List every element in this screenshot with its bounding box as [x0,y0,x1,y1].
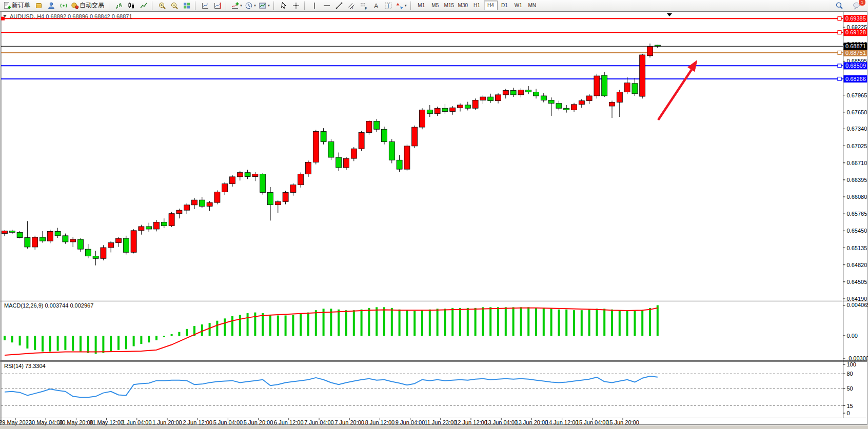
candle-body [336,157,342,168]
cursor-button[interactable] [278,0,290,11]
periods-button-dropdown-icon[interactable]: ▼ [253,4,257,7]
bars-icon [115,2,123,10]
community-button[interactable] [45,0,57,11]
time-axis[interactable]: 29 May 202330 May 04:0030 May 20:0031 Ma… [0,418,639,425]
price-axis[interactable]: 0.692250.689100.685950.682800.679650.676… [843,15,868,416]
macd-bar [72,336,74,351]
candle-body [154,222,160,229]
trendline-button[interactable] [333,0,345,11]
chart-autoscroll-button[interactable] [211,0,224,11]
autotrade-button[interactable]: 自动交易 [70,0,107,11]
candle-body [275,201,281,205]
timeframe-button-m30[interactable]: M30 [456,1,470,10]
time-label: 1 Jun 04:00 [122,419,152,425]
candle-body [526,90,531,92]
timeframe-button-h4[interactable]: H4 [484,1,498,10]
candle-body [548,100,554,103]
new-order-button[interactable]: 新订单 [2,0,33,11]
hline-handle[interactable] [838,77,841,80]
macd-bar [224,318,226,336]
macd-bar [573,310,575,336]
candle-body [617,92,622,103]
candlestick-chart-button[interactable] [125,0,137,11]
templates-button-dropdown-icon[interactable]: ▼ [267,4,270,7]
horizontal-line-button[interactable] [321,0,333,11]
hline-handle[interactable] [838,64,841,68]
line-chart-button[interactable] [137,0,150,11]
notifications-button[interactable]: 1 [851,0,863,11]
timeframe-button-d1[interactable]: D1 [498,1,511,10]
timeframe-button-w1[interactable]: W1 [511,1,525,10]
candle-body [101,248,106,258]
macd-bar [300,314,302,336]
candle-body [63,236,68,242]
svg-text:E: E [352,6,354,10]
rsi-tick: 80 [847,371,853,377]
time-label: 13 Jun 20:00 [516,419,548,425]
hline-handle[interactable] [838,17,841,21]
market-button[interactable] [33,0,45,11]
search-button[interactable] [833,0,845,11]
templates-button[interactable]: ▼ [258,0,271,11]
timeframe-button-m5[interactable]: M5 [428,1,442,10]
timeframe-button-mn[interactable]: MN [525,1,539,10]
timeframe-button-h1[interactable]: H1 [470,1,484,10]
macd-bar [49,336,51,352]
candle-body [176,210,182,214]
macd-bar [57,336,59,351]
timeframe-button-m1[interactable]: M1 [415,1,428,10]
macd-bar [429,310,431,336]
shapes-button-dropdown-icon[interactable]: ▼ [404,4,407,7]
candle-body [161,222,167,226]
macd-bar [163,336,165,337]
tile-windows-button[interactable] [181,0,193,11]
linechart-icon [140,2,148,10]
macd-bar [581,310,583,336]
zoom-in-button[interactable] [156,0,168,11]
candle-body [412,127,418,146]
price-tick: 0.67340 [847,126,867,132]
macd-bar [330,309,332,336]
candle-body [2,231,8,234]
macd-bar [338,310,340,336]
candle-body [496,95,501,101]
candle-body [252,174,258,177]
price-tick: 0.66710 [847,160,867,166]
indicators-button[interactable]: ▼ [230,0,244,11]
svg-text:0.69385: 0.69385 [845,15,866,22]
macd-bar [148,336,150,342]
candle-body [260,174,266,193]
zoom-out-button[interactable] [168,0,181,11]
timeframe-button-m15[interactable]: M15 [442,1,456,10]
candle-body [397,160,402,169]
indicators-button-dropdown-icon[interactable]: ▼ [240,4,243,7]
macd-bar [216,321,218,336]
candle-body [420,110,425,127]
hline-handle-left[interactable] [1,17,5,21]
chart-window-frame [1,12,867,425]
candles-icon [127,2,135,10]
candle-body [586,96,592,100]
signals-button[interactable] [57,0,70,11]
vertical-line-button[interactable] [308,0,321,11]
toolbar: 新订单自动交易▼▼▼EFAT▼M1M5M15M30H1H4D1W1MN1 [0,0,868,11]
chart-shift-button[interactable] [199,0,211,11]
shapes-button[interactable]: ▼ [394,0,408,11]
candle-body [534,92,539,96]
macd-bar [19,336,21,345]
toolbar-right-group: 1 [833,0,863,11]
hline-handle[interactable] [838,51,841,54]
hline-handle[interactable] [838,31,841,34]
text-button[interactable]: A [370,0,382,11]
bar-chart-button[interactable] [113,0,125,11]
crosshair-button[interactable] [290,0,302,11]
fibonacci-button[interactable]: F [358,0,370,11]
time-label: 30 May 20:00 [59,419,93,425]
macd-bar [239,315,241,336]
macd-bar [186,329,188,336]
label-button[interactable]: T [382,0,394,11]
periods-button[interactable]: ▼ [244,0,258,11]
time-label: 15 Jun 20:00 [606,419,639,425]
price-label-0.69128: 0.69128 [844,29,867,36]
channel-button[interactable]: E [345,0,358,11]
